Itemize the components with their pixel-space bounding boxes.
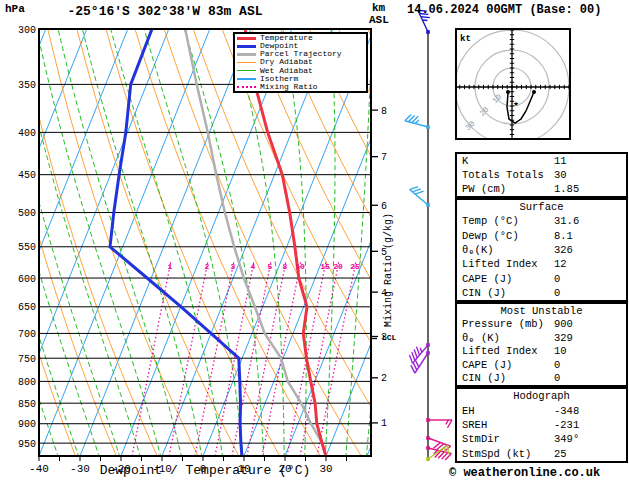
pressure-tick-label: 600 — [18, 274, 36, 285]
index-row: CIN (J)0 — [457, 372, 626, 384]
legend-box: TemperatureDewpointParcel TrajectoryDry … — [233, 32, 368, 93]
storm-motion-marker: ★ — [513, 99, 519, 109]
mixing-ratio-value: 8 — [283, 262, 288, 271]
pressure-tick-label: 700 — [18, 329, 36, 340]
pressure-tick-label: 650 — [18, 302, 36, 313]
wind-barb — [405, 114, 428, 127]
pressure-tick-label: 750 — [18, 354, 36, 365]
index-row: StmSpd (kt)25 — [457, 448, 626, 460]
hodograph-panel-title: Hodograph — [457, 390, 626, 402]
wind-level-marker — [426, 446, 430, 450]
km-tick-label: 7 — [381, 152, 387, 163]
most-unstable-panel: Most Unstable Pressure (mb)900 θₑ (K)329… — [455, 302, 628, 387]
legend-item-wet-adiabat: Wet Adiabat — [237, 67, 364, 75]
km-tick-label: 2 — [381, 373, 387, 384]
legend-line-sample — [237, 62, 256, 64]
pressure-tick-label: 300 — [18, 25, 36, 36]
mixing-ratio-value: 1 — [168, 262, 173, 271]
wind-level-marker — [426, 436, 430, 440]
legend-line-sample — [237, 53, 256, 56]
mixing-ratio-value: 25 — [350, 262, 360, 271]
mixing-ratio-value: 2 — [205, 262, 210, 271]
km-tick-label: 8 — [381, 106, 387, 117]
mixing-ratio-value: 5 — [268, 262, 273, 271]
wind-level-marker — [426, 457, 430, 461]
mixing-ratio-value: 4 — [251, 262, 256, 271]
index-row: CAPE (J)0 — [457, 273, 626, 285]
index-row: Pressure (mb)900 — [457, 318, 626, 330]
index-row: K11 — [457, 155, 626, 167]
pressure-tick-label: 500 — [18, 208, 36, 219]
hodograph-chart: 102030★kt — [455, 28, 575, 144]
surface-panel: Surface Temp (°C)31.6 Dewp (°C)8.1 θₑ(K)… — [455, 198, 628, 302]
hodograph-unit-label: kt — [460, 34, 471, 44]
most-unstable-title: Most Unstable — [457, 305, 626, 317]
index-row: Dewp (°C)8.1 — [457, 230, 626, 242]
legend-line-sample — [237, 45, 256, 48]
index-row: Temp (°C)31.6 — [457, 215, 626, 227]
index-row: CIN (J)0 — [457, 287, 626, 299]
wind-level-marker — [426, 203, 430, 207]
mixing-ratio-value: 10 — [295, 262, 305, 271]
legend-line-sample — [237, 70, 256, 72]
index-row: Lifted Index12 — [457, 258, 626, 270]
lcl-marker-label: LCL — [382, 333, 396, 342]
pressure-tick-label: 550 — [18, 242, 36, 253]
index-row: Lifted Index10 — [457, 345, 626, 357]
km-tick-label: 1 — [381, 418, 387, 429]
wind-barb — [428, 445, 448, 459]
mixing-ratio-value: 15 — [320, 262, 330, 271]
index-row: StmDir349° — [457, 433, 626, 445]
index-row: PW (cm)1.85 — [457, 183, 626, 195]
copyright-text: © weatheronline.co.uk — [449, 466, 629, 480]
wind-level-marker — [426, 418, 430, 422]
wind-level-marker — [426, 351, 430, 355]
pressure-tick-label: 900 — [18, 419, 36, 430]
sounding-page: 1234581015202530035040045050055060065070… — [0, 0, 629, 486]
wind-level-marker — [426, 343, 430, 347]
hodograph-panel: Hodograph EH-348 SREH-231 StmDir349° Stm… — [455, 387, 628, 463]
pressure-unit-label: hPa — [5, 3, 25, 15]
pressure-tick-label: 450 — [18, 170, 36, 181]
mixing-ratio-axis-label: Mixing Ratio (g/kg) — [383, 195, 397, 345]
index-row: SREH-231 — [457, 419, 626, 431]
mixing-ratio-value: 20 — [333, 262, 343, 271]
wind-level-marker — [426, 30, 430, 34]
pressure-tick-label: 400 — [18, 128, 36, 139]
wind-barb — [428, 420, 452, 428]
index-row: Totals Totals30 — [457, 169, 626, 181]
temperature-axis-label: Dewpoint / Temperature (°C) — [39, 463, 371, 478]
wind-level-marker — [426, 125, 430, 129]
page-title: -25°16'S 302°38'W 83m ASL — [30, 4, 300, 19]
legend-line-sample — [237, 78, 256, 80]
index-row: EH-348 — [457, 405, 626, 417]
plot-border — [39, 29, 371, 456]
indices-basic-panel: K11 Totals Totals30 PW (cm)1.85 — [455, 152, 628, 198]
legend-line-sample — [237, 37, 256, 40]
surface-panel-title: Surface — [457, 201, 626, 213]
index-row: CAPE (J)0 — [457, 359, 626, 371]
index-row: θₑ (K)329 — [457, 332, 626, 344]
wind-barb — [410, 187, 428, 205]
legend-item-label: Mixing Ratio — [260, 83, 318, 91]
series-temperature — [245, 29, 326, 456]
pressure-tick-label: 800 — [18, 377, 36, 388]
index-row: θₑ(K)326 — [457, 244, 626, 256]
legend-line-sample — [237, 86, 256, 88]
pressure-tick-label: 850 — [18, 399, 36, 410]
wind-barb — [410, 345, 428, 363]
pressure-tick-label: 950 — [18, 439, 36, 450]
legend-item-temperature: Temperature — [237, 34, 364, 42]
run-datetime: 14.06.2024 00GMT (Base: 00) — [407, 3, 629, 17]
mixing-ratio-value: 3 — [231, 262, 236, 271]
altitude-unit-km: km — [372, 2, 385, 14]
altitude-unit-asl: ASL — [369, 14, 389, 26]
pressure-tick-label: 350 — [18, 80, 36, 91]
legend-item-mixing-ratio: Mixing Ratio — [237, 83, 364, 91]
